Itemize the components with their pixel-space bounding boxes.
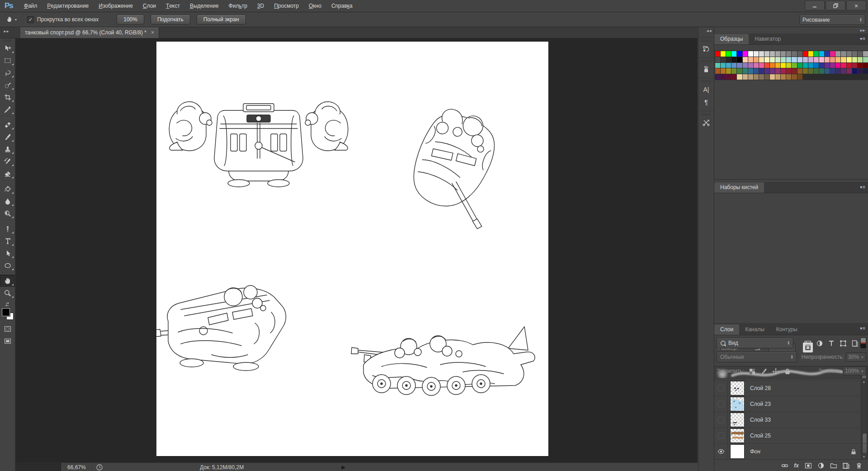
swatch-3-5[interactable] (743, 68, 748, 74)
tool-rect-marquee[interactable] (0, 54, 15, 67)
double-chevron-right-icon[interactable]: ►► (3, 29, 9, 33)
filter-smobj-button[interactable] (849, 338, 860, 348)
toolbar-grip[interactable]: |||||||| (0, 38, 15, 42)
filter-type-select[interactable]: Вид ▲▼ (717, 338, 793, 348)
tool-type[interactable] (0, 235, 15, 247)
swatch-3-1[interactable] (721, 68, 726, 74)
swatch-0-23[interactable] (841, 51, 846, 57)
swatch-2-9[interactable] (764, 63, 769, 68)
swatch-4-12[interactable] (781, 74, 786, 80)
swatch-3-11[interactable] (775, 68, 780, 74)
swatch-3-7[interactable] (754, 68, 759, 74)
swatch-3-13[interactable] (786, 68, 791, 74)
tab-brush-presets[interactable]: Наборы кистей (714, 182, 764, 193)
swatch-3-25[interactable] (852, 68, 857, 74)
swatch-4-11[interactable] (775, 74, 780, 80)
swatch-0-1[interactable] (721, 51, 726, 57)
swap-colors-button[interactable] (0, 301, 15, 307)
swatch-0-2[interactable] (726, 51, 731, 57)
swatch-0-16[interactable] (803, 51, 808, 57)
quick-mask-button[interactable] (0, 323, 15, 335)
tool-hand[interactable] (0, 275, 15, 287)
swatch-1-19[interactable] (819, 57, 824, 62)
swatch-1-21[interactable] (830, 57, 835, 62)
visibility-cell[interactable] (714, 396, 728, 412)
swatch-0-21[interactable] (830, 51, 835, 57)
document-tab[interactable]: танковый спорт.psd @ 66,7% (Слой 40, RGB… (20, 27, 159, 38)
swatch-0-5[interactable] (743, 51, 748, 57)
swatch-3-12[interactable] (781, 68, 786, 74)
swatch-1-27[interactable] (863, 57, 868, 62)
swatch-2-24[interactable] (847, 63, 852, 68)
swatch-3-24[interactable] (847, 68, 852, 74)
swatch-2-19[interactable] (819, 63, 824, 68)
screen-mode-button[interactable] (0, 335, 15, 347)
swatch-4-5[interactable] (743, 74, 748, 80)
tool-quick-select[interactable] (0, 79, 15, 91)
swatch-3-15[interactable] (797, 68, 802, 74)
tool-eraser[interactable] (0, 167, 15, 180)
menu-item-view[interactable]: Просмотр (269, 0, 304, 12)
layer-row[interactable]: Слой 28 (714, 380, 868, 396)
swatch-0-27[interactable] (863, 51, 868, 57)
swatch-0-18[interactable] (814, 51, 819, 57)
swatch-2-5[interactable] (743, 63, 748, 68)
swatch-2-20[interactable] (825, 63, 830, 68)
layers-footer-maskI-button[interactable] (805, 462, 811, 469)
swatch-2-12[interactable] (781, 63, 786, 68)
timer-button[interactable] (93, 463, 107, 471)
swatch-0-3[interactable] (731, 51, 736, 57)
swatch-2-3[interactable] (731, 63, 736, 68)
swatch-0-25[interactable] (852, 51, 857, 57)
option-button-2[interactable]: Полный экран (197, 14, 246, 24)
swatch-3-19[interactable] (819, 68, 824, 74)
menu-item-image[interactable]: Изображение (94, 0, 138, 12)
layer-thumbnail[interactable] (730, 381, 745, 395)
swatch-1-25[interactable] (852, 57, 857, 62)
tab-layers[interactable]: Слои (714, 324, 739, 335)
swatch-3-9[interactable] (764, 68, 769, 74)
swatch-0-7[interactable] (754, 51, 759, 57)
minimize-button[interactable] (805, 1, 825, 10)
swatch-1-7[interactable] (754, 57, 759, 62)
swatch-0-12[interactable] (781, 51, 786, 57)
swatch-0-13[interactable] (786, 51, 791, 57)
document-page[interactable] (156, 42, 548, 456)
tool-history-brush[interactable] (0, 155, 15, 167)
menu-item-type[interactable]: Текст (161, 0, 185, 12)
swatch-0-9[interactable] (764, 51, 769, 57)
opacity-value[interactable]: 30%▼ (846, 352, 866, 362)
swatch-2-6[interactable] (748, 63, 753, 68)
swatch-0-22[interactable] (835, 51, 840, 57)
tool-path-select[interactable] (0, 247, 15, 259)
layers-footer-trash-button[interactable] (855, 462, 862, 469)
layers-footer-link-button[interactable] (781, 462, 788, 469)
rail-grip[interactable]: |||||||| (698, 112, 714, 116)
tool-pen[interactable] (0, 223, 15, 235)
panel-icon-history[interactable] (700, 43, 712, 55)
menu-item-filter[interactable]: Фильтр (224, 0, 252, 12)
swatch-2-4[interactable] (737, 63, 742, 68)
swatch-4-15[interactable] (797, 74, 802, 80)
layer-row[interactable]: Слой 23 (714, 396, 868, 412)
visibility-cell[interactable] (714, 428, 728, 443)
panel-icon-character[interactable]: A| (700, 84, 712, 95)
swatch-3-4[interactable] (737, 68, 742, 74)
swatch-1-23[interactable] (841, 57, 846, 62)
swatch-3-16[interactable] (803, 68, 808, 74)
foreground-color-swatch[interactable] (2, 308, 10, 316)
swatch-2-8[interactable] (759, 63, 764, 68)
swatch-0-14[interactable] (792, 51, 797, 57)
swatch-1-15[interactable] (797, 57, 802, 62)
layer-row[interactable]: Слой 25 (714, 428, 868, 444)
swatch-4-6[interactable] (748, 74, 753, 80)
swatch-1-17[interactable] (808, 57, 813, 62)
swatch-1-12[interactable] (781, 57, 786, 62)
double-chevron-right-icon[interactable]: ►► (859, 29, 865, 33)
tab-swatches[interactable]: Образцы (714, 34, 749, 44)
swatch-1-5[interactable] (743, 57, 748, 62)
swatch-3-21[interactable] (830, 68, 835, 74)
swatch-3-20[interactable] (825, 68, 830, 74)
swatch-2-23[interactable] (841, 63, 846, 68)
swatch-1-8[interactable] (759, 57, 764, 62)
